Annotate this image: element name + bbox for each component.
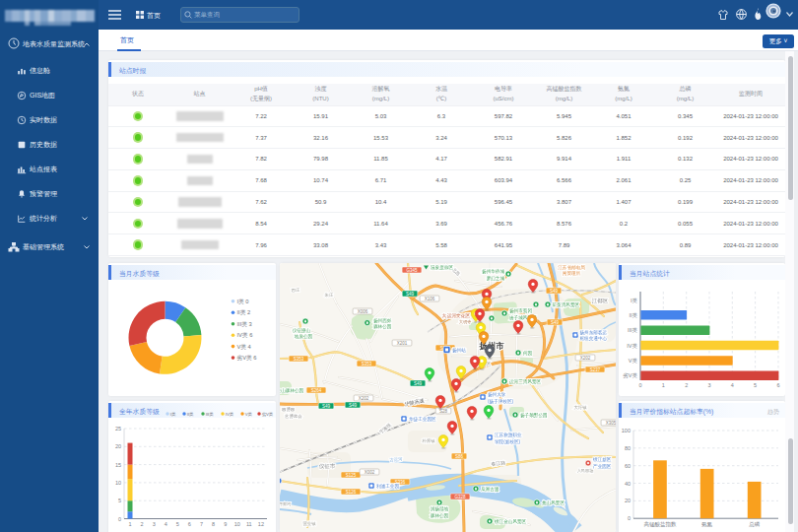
svg-text:I类: I类 (631, 298, 638, 303)
svg-text:华捷工业园区: 华捷工业园区 (409, 416, 436, 423)
svg-text:大运河文化区: 大运河文化区 (442, 312, 471, 319)
svg-text:12: 12 (258, 521, 264, 527)
svg-text:X002: X002 (365, 470, 375, 475)
svg-text:IV类: IV类 (226, 412, 234, 417)
svg-text:S49: S49 (414, 381, 423, 386)
svg-text:仪征市: 仪征市 (319, 463, 336, 469)
svg-text:S125: S125 (346, 473, 357, 478)
svg-text:朴席镇: 朴席镇 (421, 438, 435, 443)
svg-text:4: 4 (731, 382, 734, 388)
svg-text:X202: X202 (359, 396, 369, 401)
svg-text:X305: X305 (606, 421, 616, 426)
svg-text:S49: S49 (550, 289, 559, 294)
svg-text:2: 2 (685, 382, 688, 388)
svg-text:朱庄: 朱庄 (325, 293, 334, 298)
svg-text:S86: S86 (455, 454, 464, 459)
svg-text:劣V类 6: 劣V类 6 (236, 355, 257, 362)
svg-text:X201: X201 (397, 341, 408, 346)
svg-text:V类 4: V类 4 (237, 344, 251, 350)
svg-text:S49: S49 (349, 403, 358, 408)
svg-text:4: 4 (165, 521, 167, 527)
svg-text:仪征捺山: 仪征捺山 (292, 327, 311, 334)
svg-text:I类: I类 (170, 412, 176, 417)
svg-text:7: 7 (200, 521, 203, 527)
svg-text:X202: X202 (580, 356, 591, 361)
svg-text:60: 60 (625, 463, 631, 469)
svg-text:西庄: 西庄 (292, 288, 300, 293)
svg-text:S237: S237 (590, 367, 601, 372)
svg-text:G328: G328 (454, 495, 466, 499)
svg-text:1: 1 (662, 382, 665, 388)
svg-text:营业镇: 营业镇 (302, 521, 316, 526)
svg-text:9: 9 (224, 521, 227, 527)
svg-text:15: 15 (115, 462, 121, 468)
svg-text:江苏旅游职业: 江苏旅游职业 (495, 432, 522, 438)
svg-text:II类 2: II类 2 (237, 309, 251, 315)
svg-text:V类: V类 (629, 358, 638, 364)
svg-text:10: 10 (115, 480, 121, 486)
svg-text:镇江新区: 镇江新区 (592, 457, 612, 462)
svg-text:大圩镇: 大圩镇 (573, 405, 587, 410)
svg-text:10: 10 (234, 521, 240, 527)
svg-text:25: 25 (115, 426, 121, 432)
svg-text:高锰酸盐指数: 高锰酸盐指数 (644, 521, 678, 528)
svg-text:大明寺: 大明寺 (459, 319, 472, 324)
svg-text:S126: S126 (346, 490, 357, 495)
svg-text:III类 3: III类 3 (237, 321, 252, 327)
svg-text:焦山风景区: 焦山风景区 (542, 500, 565, 505)
svg-text:枢纽交通中心: 枢纽交通中心 (580, 335, 608, 341)
svg-text:V类: V类 (245, 412, 253, 417)
svg-text:扬子颈野公园: 扬子颈野公园 (520, 412, 548, 419)
svg-text:总磷: 总磷 (748, 521, 761, 527)
svg-text:5: 5 (118, 498, 121, 503)
svg-text:0: 0 (638, 382, 641, 388)
svg-text:0: 0 (118, 516, 121, 522)
svg-text:11: 11 (246, 521, 252, 527)
svg-text:20: 20 (625, 498, 631, 503)
svg-text:III类: III类 (628, 327, 638, 333)
svg-text:0: 0 (628, 515, 631, 521)
svg-text:古运河: 古运河 (389, 457, 403, 463)
svg-text:润扬湿地: 润扬湿地 (431, 505, 449, 512)
svg-text:40: 40 (625, 481, 631, 487)
svg-text:江苏省邮电局: 江苏省邮电局 (558, 264, 585, 271)
svg-text:6: 6 (776, 382, 779, 388)
svg-text:1: 1 (128, 521, 131, 527)
svg-text:5: 5 (176, 521, 179, 527)
svg-text:学院(新校区): 学院(新校区) (495, 438, 520, 445)
svg-text:劣V类: 劣V类 (623, 372, 637, 379)
svg-text:S353: S353 (362, 362, 372, 366)
svg-text:劣V类: 劣V类 (262, 412, 274, 418)
svg-text:S353: S353 (294, 357, 304, 362)
svg-text:20: 20 (115, 443, 121, 449)
svg-text:2: 2 (141, 521, 144, 527)
svg-text:3: 3 (153, 521, 156, 527)
svg-text:IV类: IV类 (627, 343, 637, 349)
svg-text:S49: S49 (406, 292, 415, 297)
svg-text:IV类 6: IV类 6 (237, 332, 253, 338)
svg-text:S49: S49 (551, 320, 560, 325)
svg-text:S49: S49 (322, 404, 331, 409)
svg-text:I类 0: I类 0 (237, 299, 249, 304)
svg-text:8: 8 (212, 521, 215, 527)
svg-text:利浦工业园: 利浦工业园 (376, 483, 399, 490)
svg-text:3: 3 (707, 382, 710, 388)
svg-text:运河三湾风景区: 运河三湾风景区 (508, 379, 542, 384)
svg-text:II类: II类 (629, 312, 637, 318)
svg-text:X006: X006 (358, 309, 368, 314)
svg-text:100: 100 (622, 428, 631, 433)
svg-text:III类: III类 (206, 412, 215, 417)
svg-text:G345: G345 (406, 268, 418, 273)
svg-text:S264: S264 (311, 388, 322, 393)
svg-text:江都区: 江都区 (592, 298, 609, 304)
svg-text:镇江金山风景区: 镇江金山风景区 (494, 519, 527, 524)
svg-text:胥家河: 胥家河 (280, 501, 292, 506)
svg-text:6: 6 (188, 521, 191, 527)
svg-text:闸管理所: 闸管理所 (563, 270, 581, 277)
svg-text:80: 80 (625, 445, 631, 451)
svg-text:氨氮: 氨氮 (701, 521, 713, 527)
svg-text:II类: II类 (187, 412, 194, 417)
svg-text:5: 5 (754, 382, 757, 388)
svg-text:X106: X106 (425, 297, 435, 301)
